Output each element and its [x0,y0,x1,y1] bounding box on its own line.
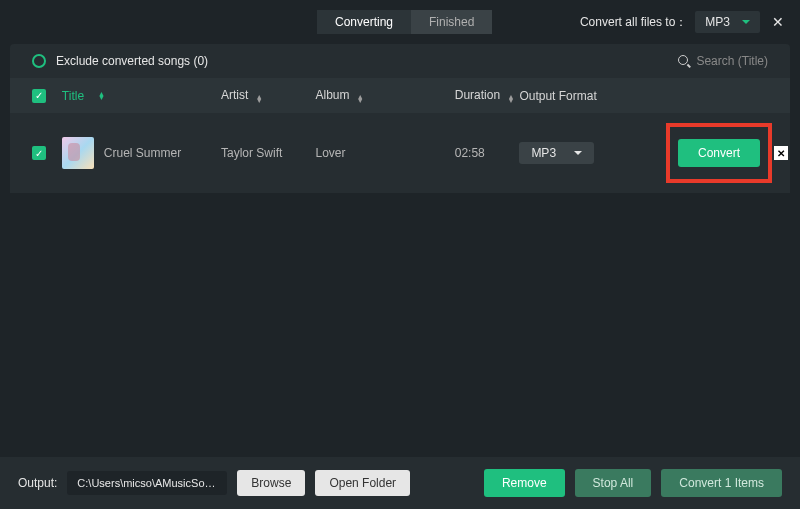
row-album: Lover [315,146,454,160]
row-format-select[interactable]: MP3 [519,142,594,164]
toolbar-row: Exclude converted songs (0) Search (Titl… [10,44,790,78]
chevron-down-icon [742,20,750,24]
row-artist: Taylor Swift [221,146,315,160]
sort-icon: ▲▼ [507,95,514,103]
exclude-converted-label[interactable]: Exclude converted songs (0) [56,54,208,68]
row-duration: 02:58 [455,146,520,160]
convert-all-label: Convert all files to： [580,14,687,31]
close-icon[interactable]: ✕ [768,14,788,30]
top-bar: Converting Finished Convert all files to… [0,0,800,44]
album-art [62,137,94,169]
convert-items-button[interactable]: Convert 1 Items [661,469,782,497]
sort-icon: ▲▼ [256,95,263,103]
sort-icon: ▲▼ [357,95,364,103]
open-folder-button[interactable]: Open Folder [315,470,410,496]
tab-finished[interactable]: Finished [411,10,492,34]
row-delete-icon[interactable]: ✕ [774,146,788,160]
header-artist[interactable]: Artist ▲▼ [221,88,315,103]
header-duration[interactable]: Duration ▲▼ [455,88,520,103]
global-format-value: MP3 [705,15,730,29]
header-title[interactable]: Title ▲▼ [62,89,221,103]
convert-button[interactable]: Convert [678,139,760,167]
table-row: ✓ Cruel Summer Taylor Swift Lover 02:58 … [10,113,790,193]
refresh-ring-icon[interactable] [32,54,46,68]
header-title-text: Title [62,89,84,103]
top-right-controls: Convert all files to： MP3 ✕ [580,11,788,33]
table-header: ✓ Title ▲▼ Artist ▲▼ Album ▲▼ Duration ▲… [10,78,790,113]
header-output-format: Output Format [519,89,648,103]
chevron-down-icon [574,151,582,155]
sort-icon: ▲▼ [98,92,105,100]
search-box[interactable]: Search (Title) [678,54,768,68]
browse-button[interactable]: Browse [237,470,305,496]
search-placeholder: Search (Title) [696,54,768,68]
output-path-field[interactable]: C:\Users\micso\AMusicSoft\... [67,471,227,495]
bottom-right-actions: Remove Stop All Convert 1 Items [484,469,782,497]
global-format-select[interactable]: MP3 [695,11,760,33]
tab-converting[interactable]: Converting [317,10,411,34]
header-album[interactable]: Album ▲▼ [315,88,454,103]
row-checkbox[interactable]: ✓ [32,146,46,160]
header-album-text: Album [315,88,349,102]
header-artist-text: Artist [221,88,248,102]
search-icon [678,55,690,67]
row-format-value: MP3 [531,146,556,160]
output-label: Output: [18,476,57,490]
stop-all-button[interactable]: Stop All [575,469,652,497]
header-format-text: Output Format [519,89,596,103]
row-title: Cruel Summer [104,146,181,160]
remove-button[interactable]: Remove [484,469,565,497]
select-all-checkbox[interactable]: ✓ [32,89,46,103]
header-duration-text: Duration [455,88,500,102]
convert-highlight-box: Convert [666,123,772,183]
bottom-bar: Output: C:\Users\micso\AMusicSoft\... Br… [0,457,800,509]
tab-group: Converting Finished [317,10,492,34]
